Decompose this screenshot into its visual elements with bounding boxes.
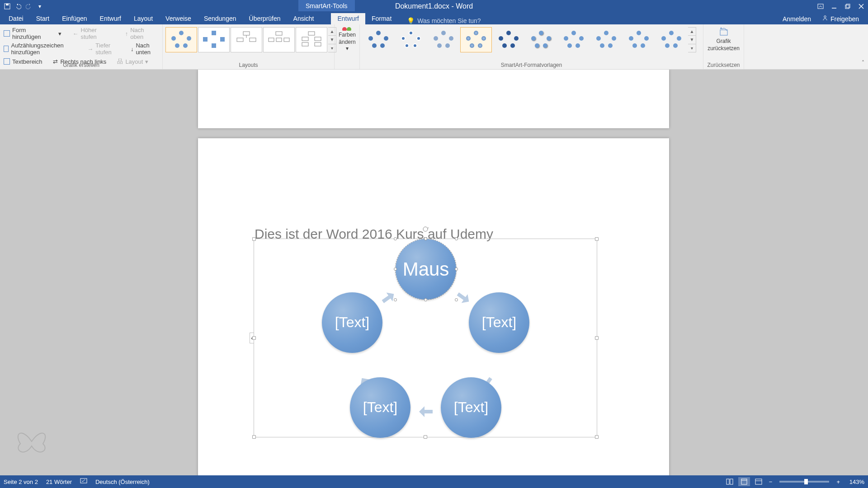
layout-gallery-item-4[interactable] bbox=[263, 27, 295, 52]
style-gallery-item-6[interactable] bbox=[525, 27, 557, 52]
node-handle[interactable] bbox=[394, 267, 397, 271]
lightbulb-icon: 💡 bbox=[407, 17, 415, 24]
tab-ansicht[interactable]: Ansicht bbox=[287, 13, 321, 24]
tab-smartart-format[interactable]: Format bbox=[365, 13, 398, 24]
tab-einfuegen[interactable]: Einfügen bbox=[56, 13, 93, 24]
web-layout-icon[interactable] bbox=[753, 477, 764, 486]
redo-icon[interactable] bbox=[25, 3, 33, 10]
style-gallery-item-3[interactable] bbox=[428, 27, 459, 52]
svg-rect-28 bbox=[726, 479, 729, 484]
style-gallery-item-5[interactable] bbox=[493, 27, 524, 52]
node-handle[interactable] bbox=[424, 237, 427, 240]
styles-scroll-up-icon[interactable]: ▲ bbox=[688, 28, 696, 35]
node-text[interactable]: Maus bbox=[401, 258, 451, 281]
form-hinzufuegen-button[interactable]: Form hinzufügen ▾ bbox=[3, 26, 62, 41]
rotate-handle-icon[interactable] bbox=[422, 225, 429, 233]
save-icon[interactable] bbox=[4, 3, 11, 10]
color-palette-icon bbox=[341, 26, 354, 31]
style-gallery-item-8[interactable] bbox=[590, 27, 622, 52]
style-gallery-item-10[interactable] bbox=[656, 27, 687, 52]
tiefer-stufen-button[interactable]: → Tiefer stufen bbox=[86, 42, 121, 56]
smartart-frame[interactable]: ‹ Maus bbox=[254, 239, 597, 437]
node-handle[interactable] bbox=[455, 237, 458, 240]
undo-icon[interactable] bbox=[14, 3, 22, 10]
document-canvas[interactable]: Dies ist der Word 2016 Kurs auf Udemy ‹ … bbox=[0, 70, 868, 475]
style-gallery-item-1[interactable] bbox=[363, 27, 394, 52]
layout-gallery-item-5[interactable] bbox=[296, 27, 327, 52]
print-layout-icon[interactable] bbox=[738, 477, 750, 486]
node-handle[interactable] bbox=[424, 298, 427, 301]
style-gallery-item-2[interactable] bbox=[395, 27, 427, 52]
tab-smartart-entwurf[interactable]: Entwurf bbox=[331, 13, 365, 24]
smartart-node-bottom-left[interactable]: [Text] bbox=[350, 377, 410, 438]
resize-handle[interactable] bbox=[595, 237, 599, 241]
resize-handle[interactable] bbox=[252, 237, 256, 241]
nach-oben-button[interactable]: ↑ Nach oben bbox=[124, 26, 160, 41]
smartart-node-right[interactable]: [Text] bbox=[469, 292, 529, 353]
hoeher-stufen-button[interactable]: ← Höher stufen bbox=[71, 26, 115, 41]
layout-gallery-item-3[interactable] bbox=[231, 27, 262, 52]
tab-start[interactable]: Start bbox=[30, 13, 56, 24]
tab-sendungen[interactable]: Sendungen bbox=[198, 13, 243, 24]
smartart-node-left[interactable]: [Text] bbox=[322, 292, 382, 353]
tab-ueberpruefen[interactable]: Überprüfen bbox=[243, 13, 287, 24]
proofing-icon[interactable] bbox=[80, 478, 87, 486]
status-bar: Seite 2 von 2 21 Wörter Deutsch (Österre… bbox=[0, 475, 868, 488]
page-indicator[interactable]: Seite 2 von 2 bbox=[4, 479, 38, 485]
layout-gallery-item-2[interactable] bbox=[198, 27, 230, 52]
tab-verweise[interactable]: Verweise bbox=[159, 13, 198, 24]
aufzaehlung-hinzufuegen-button[interactable]: Aufzählungszeichen hinzufügen bbox=[3, 42, 77, 56]
node-handle[interactable] bbox=[455, 298, 458, 301]
nach-unten-button[interactable]: ↓ Nach unten bbox=[130, 42, 160, 56]
smartart-node-bottom-right[interactable]: [Text] bbox=[441, 377, 501, 438]
collapse-ribbon-icon[interactable]: ˄ bbox=[862, 60, 864, 66]
cycle-arrow bbox=[380, 290, 397, 306]
styles-scroll-down-icon[interactable]: ▼ bbox=[688, 35, 696, 43]
node-handle[interactable] bbox=[394, 298, 397, 301]
minimize-icon[interactable] bbox=[827, 0, 841, 12]
group-label-reset: Zurücksetzen bbox=[703, 62, 744, 68]
resize-handle[interactable] bbox=[252, 435, 256, 439]
page-2[interactable]: Dies ist der Word 2016 Kurs auf Udemy ‹ … bbox=[198, 138, 669, 475]
zoom-in-button[interactable]: + bbox=[835, 479, 842, 485]
resize-handle[interactable] bbox=[595, 435, 599, 439]
read-mode-icon[interactable] bbox=[724, 477, 736, 486]
tab-datei[interactable]: Datei bbox=[2, 13, 30, 24]
qat-customize-icon[interactable]: ▾ bbox=[36, 3, 43, 10]
farben-aendern-button[interactable]: Farben ändern ▾ bbox=[337, 26, 357, 52]
svg-rect-9 bbox=[243, 32, 250, 35]
svg-rect-14 bbox=[269, 38, 274, 42]
smartart-node-top[interactable]: Maus bbox=[396, 239, 456, 300]
maximize-icon[interactable] bbox=[841, 0, 854, 12]
page-1-bottom[interactable] bbox=[198, 70, 669, 128]
ribbon-options-icon[interactable] bbox=[814, 0, 827, 12]
resize-handle[interactable] bbox=[595, 336, 599, 340]
zoom-slider[interactable] bbox=[779, 481, 829, 483]
layout-gallery-item-1[interactable] bbox=[165, 27, 197, 52]
zoom-slider-thumb[interactable] bbox=[804, 479, 808, 484]
zoom-level[interactable]: 143% bbox=[844, 479, 864, 485]
sign-in-link[interactable]: Anmelden bbox=[778, 14, 816, 24]
style-gallery-item-7[interactable] bbox=[558, 27, 590, 52]
resize-handle[interactable] bbox=[252, 336, 256, 340]
node-handle[interactable] bbox=[455, 267, 458, 271]
node-handle[interactable] bbox=[394, 237, 397, 240]
share-button[interactable]: Freigeben bbox=[817, 13, 863, 24]
tell-me-search[interactable]: 💡 Was möchten Sie tun? bbox=[398, 17, 481, 24]
svg-rect-32 bbox=[755, 479, 762, 484]
svg-rect-5 bbox=[846, 4, 850, 8]
svg-rect-15 bbox=[276, 38, 282, 42]
svg-rect-4 bbox=[845, 5, 849, 9]
grafik-zuruecksetzen-button[interactable]: Grafik zurücksetzen bbox=[706, 26, 741, 52]
zoom-out-button[interactable]: − bbox=[767, 479, 774, 485]
tab-entwurf[interactable]: Entwurf bbox=[94, 13, 127, 24]
language-indicator[interactable]: Deutsch (Österreich) bbox=[95, 479, 150, 485]
tab-layout[interactable]: Layout bbox=[127, 13, 159, 24]
group-layouts: ▲ ▼ ▾ Layouts bbox=[163, 24, 335, 69]
style-gallery-item-9[interactable] bbox=[623, 27, 655, 52]
close-icon[interactable] bbox=[854, 0, 868, 12]
styles-more-icon[interactable]: ▾ bbox=[688, 44, 696, 52]
style-gallery-item-4[interactable] bbox=[460, 27, 492, 52]
resize-handle[interactable] bbox=[424, 435, 427, 439]
word-count[interactable]: 21 Wörter bbox=[46, 479, 72, 485]
